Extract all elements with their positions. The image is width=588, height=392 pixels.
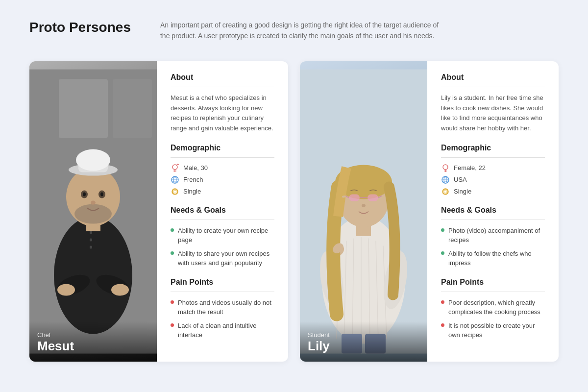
personas-row: Chef Mesut About Mesut is a chef who spe… xyxy=(29,61,559,362)
about-title-lily: About xyxy=(441,73,545,82)
bullet-dot xyxy=(171,228,174,232)
list-item: Photos and videos usually do not match t… xyxy=(171,298,274,317)
globe-icon-mesut xyxy=(171,175,179,184)
svg-point-6 xyxy=(57,284,75,295)
demo-item-country-lily: USA xyxy=(441,175,545,184)
svg-point-34 xyxy=(173,190,176,193)
bullet-dot-red xyxy=(171,300,174,304)
svg-point-69 xyxy=(444,190,447,193)
persona-role-lily: Student xyxy=(308,331,419,339)
gender-icon-mesut xyxy=(171,164,179,172)
needs-title-lily: Needs & Goals xyxy=(441,206,545,215)
demo-status-mesut: Single xyxy=(183,188,201,195)
demo-country-lily: USA xyxy=(454,176,467,183)
demo-item-country-mesut: French xyxy=(171,175,274,184)
persona-image-lily: Student Lily xyxy=(300,61,427,362)
svg-point-68 xyxy=(443,189,448,194)
about-text-lily: Lily is a student. In her free time she … xyxy=(441,93,545,134)
demo-item-gender-lily: Female, 22 xyxy=(441,164,545,172)
svg-point-13 xyxy=(74,204,112,223)
demographic-mesut: Demographic Male, 30 French xyxy=(171,144,274,196)
svg-point-7 xyxy=(111,284,129,295)
persona-name-mesut: Mesut xyxy=(37,339,149,354)
svg-rect-1 xyxy=(59,79,108,138)
needs-mesut: Needs & Goals Ability to create your own… xyxy=(171,206,274,268)
svg-point-18 xyxy=(91,200,96,204)
bullet-dot-red xyxy=(441,323,444,327)
svg-point-17 xyxy=(100,192,103,196)
demo-item-status-mesut: Single xyxy=(171,187,274,196)
list-item: Lack of a clean and intuitive interface xyxy=(171,321,274,340)
ring-icon-mesut xyxy=(171,187,179,196)
svg-point-57 xyxy=(362,204,366,207)
demographic-title-lily: Demographic xyxy=(441,144,545,152)
about-title-mesut: About xyxy=(171,73,274,82)
list-item: Ability to share your own recipes with u… xyxy=(171,249,274,268)
header-description: An important part of creating a good des… xyxy=(160,20,444,42)
persona-role-mesut: Chef xyxy=(37,331,149,339)
list-item: It is not possible to create your own re… xyxy=(441,321,545,340)
pains-lily: Pain Points Poor description, which grea… xyxy=(441,278,545,340)
svg-point-60 xyxy=(443,165,448,170)
bullet-dot-red xyxy=(441,300,444,304)
bullet-dot xyxy=(441,228,444,232)
demographic-title-mesut: Demographic xyxy=(171,144,274,152)
needs-title-mesut: Needs & Goals xyxy=(171,206,274,215)
svg-point-33 xyxy=(172,189,178,194)
persona-name-lily: Lily xyxy=(308,339,419,354)
needs-lily: Needs & Goals Photo (video) accompanimen… xyxy=(441,206,545,268)
needs-list-mesut: Ability to create your own recipe page A… xyxy=(171,226,274,268)
pains-mesut: Pain Points Photos and videos usually do… xyxy=(171,278,274,340)
bullet-dot xyxy=(171,251,174,255)
svg-rect-52 xyxy=(349,194,360,201)
persona-card-lily: Student Lily About Lily is a student. In… xyxy=(300,61,559,362)
svg-point-12 xyxy=(76,149,110,171)
demo-gender-lily: Female, 22 xyxy=(454,164,486,172)
demo-item-status-lily: Single xyxy=(441,187,545,196)
svg-rect-53 xyxy=(368,194,378,201)
svg-rect-21 xyxy=(90,245,92,248)
gender-icon-lily xyxy=(441,164,450,172)
persona-image-mesut: Chef Mesut xyxy=(29,61,157,362)
persona-label-mesut: Chef Mesut xyxy=(29,321,157,362)
page-title: Proto Persones xyxy=(29,20,131,35)
demographic-lily: Demographic Female, 22 USA xyxy=(441,144,545,196)
bullet-dot xyxy=(441,251,444,255)
list-item: Ability to create your own recipe page xyxy=(171,226,274,245)
bullet-dot-red xyxy=(171,323,174,327)
page-header: Proto Persones An important part of crea… xyxy=(29,20,559,42)
pain-title-mesut: Pain Points xyxy=(171,278,274,287)
list-item: Ability to follow the chefs who impress xyxy=(441,249,545,268)
ring-icon-lily xyxy=(441,187,450,196)
demo-country-mesut: French xyxy=(183,176,203,183)
svg-point-3 xyxy=(54,216,132,334)
pain-list-mesut: Photos and videos usually do not match t… xyxy=(171,298,274,340)
pain-list-lily: Poor description, which greatly complica… xyxy=(441,298,545,340)
persona-label-lily: Student Lily xyxy=(300,321,427,362)
persona-card-mesut: Chef Mesut About Mesut is a chef who spe… xyxy=(29,61,288,362)
svg-rect-2 xyxy=(113,79,152,138)
persona-content-lily: About Lily is a student. In her free tim… xyxy=(427,61,559,362)
about-text-mesut: Mesut is a chef who specializes in desse… xyxy=(171,93,274,134)
persona-content-mesut: About Mesut is a chef who specializes in… xyxy=(157,61,288,362)
list-item: Poor description, which greatly complica… xyxy=(441,298,545,317)
needs-list-lily: Photo (video) accompaniment of recipes A… xyxy=(441,226,545,268)
pain-title-lily: Pain Points xyxy=(441,278,545,287)
demo-gender-mesut: Male, 30 xyxy=(183,164,208,172)
globe-icon-lily xyxy=(441,175,450,184)
svg-rect-19 xyxy=(90,231,92,234)
demo-status-lily: Single xyxy=(454,188,471,195)
svg-rect-20 xyxy=(90,238,92,241)
svg-point-16 xyxy=(83,192,86,196)
list-item: Photo (video) accompaniment of recipes xyxy=(441,226,545,245)
demo-item-gender-mesut: Male, 30 xyxy=(171,164,274,172)
